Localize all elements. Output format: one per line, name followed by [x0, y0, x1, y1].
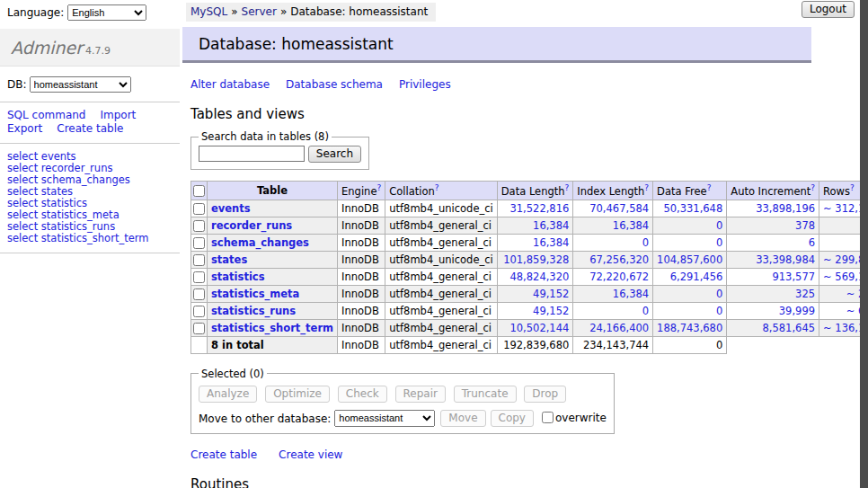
row-checkbox[interactable]	[193, 220, 205, 232]
table-name-link[interactable]: statistics_meta	[211, 288, 299, 300]
data-length-link[interactable]: 49,152	[533, 305, 569, 317]
vertical-scrollbar[interactable]	[860, 0, 868, 488]
index-length-link[interactable]: 16,384	[613, 288, 649, 300]
auto-increment-link[interactable]: 6	[809, 236, 815, 249]
check-button[interactable]: Check	[338, 386, 387, 403]
search-input[interactable]	[199, 146, 305, 162]
data-length-link[interactable]: 101,859,328	[503, 253, 569, 266]
create-view-link[interactable]: Create view	[279, 448, 342, 461]
adminer-logo[interactable]: Adminer	[11, 38, 83, 58]
select-link[interactable]: select	[7, 162, 38, 174]
row-checkbox[interactable]	[193, 203, 205, 215]
auto-increment-link[interactable]: 8,581,645	[763, 322, 816, 334]
data-length-link[interactable]: 16,384	[533, 219, 569, 232]
drop-button[interactable]: Drop	[524, 386, 566, 403]
privileges-link[interactable]: Privileges	[399, 78, 451, 91]
row-checkbox[interactable]	[193, 237, 205, 249]
auto-increment-link[interactable]: 33,898,196	[756, 202, 815, 215]
search-button[interactable]: Search	[308, 146, 361, 163]
analyze-button[interactable]: Analyze	[199, 386, 257, 403]
table-link-statistics-short-term[interactable]: statistics_short_term	[41, 232, 149, 244]
row-checkbox[interactable]	[193, 254, 205, 266]
table-link-statistics-runs[interactable]: statistics_runs	[41, 220, 115, 233]
alter-database-link[interactable]: Alter database	[190, 78, 270, 91]
row-checkbox[interactable]	[193, 271, 205, 283]
select-link[interactable]: select	[7, 173, 38, 186]
auto-increment-link[interactable]: 33,398,984	[756, 253, 815, 266]
select-link[interactable]: select	[7, 220, 38, 233]
table-link-schema-changes[interactable]: schema_changes	[41, 173, 130, 186]
data-free-link[interactable]: 0	[716, 236, 722, 249]
table-link-events[interactable]: events	[41, 150, 76, 163]
db-select[interactable]: homeassistant	[30, 76, 131, 93]
table-name-link[interactable]: events	[211, 202, 251, 215]
export-link[interactable]: Export	[7, 122, 42, 135]
table-name-link[interactable]: recorder_runs	[211, 219, 292, 232]
help-icon[interactable]: ?	[565, 183, 570, 192]
index-length-link[interactable]: 16,384	[613, 219, 649, 232]
create-table-link-sidebar[interactable]: Create table	[57, 122, 123, 135]
select-link[interactable]: select	[7, 232, 38, 244]
data-length-link[interactable]: 10,502,144	[509, 322, 569, 334]
data-length-link[interactable]: 49,152	[533, 288, 569, 300]
select-link[interactable]: select	[7, 185, 38, 198]
index-length-link[interactable]: 24,166,400	[589, 322, 649, 334]
table-name-link[interactable]: statistics_short_term	[211, 322, 333, 334]
table-name-link[interactable]: schema_changes	[211, 236, 309, 249]
help-icon[interactable]: ?	[435, 183, 439, 192]
table-name-link[interactable]: statistics	[211, 271, 265, 283]
breadcrumb-server-link[interactable]: Server	[242, 5, 277, 18]
language-select[interactable]: English	[67, 4, 146, 21]
table-link-states[interactable]: states	[41, 185, 73, 198]
row-checkbox[interactable]	[193, 323, 205, 334]
table-link-statistics-meta[interactable]: statistics_meta	[41, 209, 120, 221]
help-icon[interactable]: ?	[376, 183, 381, 192]
data-free-link[interactable]: 50,331,648	[663, 202, 722, 215]
row-checkbox[interactable]	[193, 288, 205, 300]
import-link[interactable]: Import	[100, 109, 136, 121]
help-icon[interactable]: ?	[644, 183, 649, 192]
index-length-link[interactable]: 70,467,584	[589, 202, 649, 215]
data-free-link[interactable]: 188,743,680	[657, 322, 722, 334]
index-length-link[interactable]: 0	[642, 236, 649, 249]
data-free-link[interactable]: 6,291,456	[670, 271, 723, 283]
table-link-statistics[interactable]: statistics	[41, 197, 87, 209]
database-schema-link[interactable]: Database schema	[286, 78, 383, 91]
table-link-recorder-runs[interactable]: recorder_runs	[41, 162, 113, 174]
select-all-checkbox[interactable]	[193, 185, 205, 197]
data-free-link[interactable]: 0	[716, 219, 722, 232]
select-link[interactable]: select	[7, 209, 38, 221]
row-checkbox[interactable]	[193, 306, 205, 317]
optimize-button[interactable]: Optimize	[265, 386, 330, 403]
sql-command-link[interactable]: SQL command	[7, 109, 85, 121]
overwrite-checkbox[interactable]	[542, 412, 554, 423]
truncate-button[interactable]: Truncate	[454, 386, 517, 403]
move-button[interactable]: Move	[440, 410, 485, 427]
data-length-link[interactable]: 16,384	[533, 236, 569, 249]
index-length-link[interactable]: 67,256,320	[589, 253, 649, 266]
index-length-link[interactable]: 72,220,672	[589, 271, 649, 283]
select-link[interactable]: select	[7, 197, 38, 209]
index-length-link[interactable]: 0	[642, 305, 649, 317]
repair-button[interactable]: Repair	[395, 386, 446, 403]
auto-increment-link[interactable]: 325	[795, 288, 815, 300]
breadcrumb-mysql-link[interactable]: MySQL	[190, 5, 227, 18]
auto-increment-link[interactable]: 378	[795, 219, 815, 232]
create-table-link[interactable]: Create table	[190, 448, 257, 461]
table-name-link[interactable]: states	[211, 253, 247, 266]
table-name-link[interactable]: statistics_runs	[211, 305, 296, 317]
data-length-link[interactable]: 31,522,816	[509, 202, 569, 215]
help-icon[interactable]: ?	[850, 183, 855, 192]
data-free-link[interactable]: 104,857,600	[657, 253, 722, 266]
logout-button[interactable]: Logout	[802, 1, 855, 18]
select-link[interactable]: select	[7, 150, 38, 163]
data-free-link[interactable]: 0	[716, 288, 722, 300]
move-database-select[interactable]: homeassistant	[334, 410, 435, 427]
data-free-link[interactable]: 0	[716, 305, 722, 317]
help-icon[interactable]: ?	[707, 183, 712, 192]
help-icon[interactable]: ?	[810, 183, 815, 192]
auto-increment-link[interactable]: 913,577	[772, 271, 815, 283]
auto-increment-link[interactable]: 39,999	[779, 305, 815, 317]
data-length-link[interactable]: 48,824,320	[509, 271, 569, 283]
copy-button[interactable]: Copy	[491, 410, 534, 427]
